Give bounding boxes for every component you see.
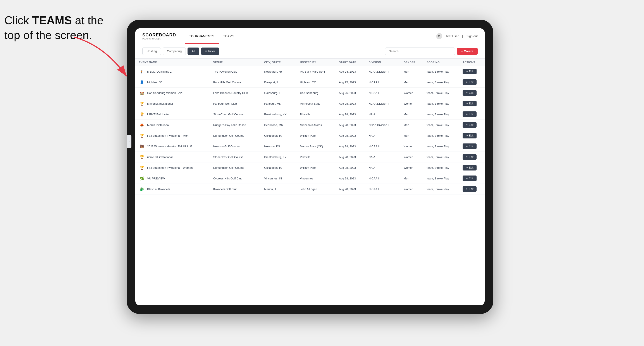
event-name-text: upike fall invitational — [147, 156, 172, 159]
edit-button[interactable]: ✏ Edit — [462, 133, 476, 139]
cell-scoring: team, Stroke Play — [423, 66, 459, 77]
edit-button[interactable]: ✏ Edit — [462, 154, 476, 160]
edit-icon: ✏ — [466, 134, 468, 137]
all-filter[interactable]: All — [188, 47, 199, 55]
cell-city: Prestonsburg, KY — [261, 152, 296, 163]
col-gender: GENDER — [400, 59, 423, 66]
edit-button[interactable]: ✏ Edit — [462, 144, 476, 149]
event-icon: 🐉 — [139, 186, 145, 192]
cell-hosted: William Penn — [296, 163, 336, 173]
cell-actions: ✏ Edit — [459, 66, 485, 77]
cell-scoring: team, Stroke Play — [423, 130, 459, 141]
event-name-text: Fall Statesmen Invitational - Men — [147, 134, 188, 137]
edit-button[interactable]: ✏ Edit — [462, 175, 476, 181]
col-division: DIVISION — [365, 59, 400, 66]
cell-hosted: Minnesota State — [296, 98, 336, 109]
edit-button[interactable]: ✏ Edit — [462, 69, 476, 74]
edit-button[interactable]: ✏ Edit — [462, 111, 476, 117]
table-row: 🏆 Fall Statesmen Invitational - Women Ed… — [135, 163, 485, 173]
search-input[interactable] — [385, 47, 455, 55]
tab-tournaments[interactable]: TOURNAMENTS — [185, 28, 219, 44]
event-name-text: Carl Sandburg Women FA23 — [147, 91, 184, 95]
cell-city: Marion, IL — [261, 184, 296, 194]
cell-hosted: Carl Sandburg — [296, 88, 336, 98]
cell-city: Prestonsburg, KY — [261, 109, 296, 120]
cell-division: NCAA Division III — [365, 120, 400, 130]
table-row: 🏌 MSMC Qualifying 1 The Powelton Club Ne… — [135, 66, 485, 77]
cell-city: Oskaloosa, IA — [261, 163, 296, 173]
edit-icon: ✏ — [466, 187, 468, 190]
cell-hosted: Minnesota-Morris — [296, 120, 336, 130]
cell-event-name: 🦊 Morris Invitational — [135, 120, 210, 130]
event-icon: 🏆 — [139, 111, 145, 117]
cell-actions: ✏ Edit — [459, 130, 485, 141]
cell-venue: Lake Bracken Country Club — [210, 88, 261, 98]
cell-date: Aug 28, 2023 — [336, 152, 365, 163]
edit-button[interactable]: ✏ Edit — [462, 90, 476, 96]
cell-event-name: 🏆 Fall Statesmen Invitational - Women — [135, 163, 210, 173]
cell-gender: Men — [400, 109, 423, 120]
cell-scoring: team, Stroke Play — [423, 152, 459, 163]
event-icon: 🐻 — [139, 143, 145, 149]
sidebar-toggle[interactable]: › — [127, 135, 132, 148]
top-nav: SCOREBOARD Powered by Clippit TOURNAMENT… — [135, 28, 485, 44]
cell-scoring: team, Stroke Play — [423, 88, 459, 98]
cell-actions: ✏ Edit — [459, 88, 485, 98]
cell-venue: Faribault Golf Club — [210, 98, 261, 109]
col-city-state: CITY, STATE — [261, 59, 296, 66]
cell-gender: Women — [400, 163, 423, 173]
cell-hosted: Mt. Saint Mary (NY) — [296, 66, 336, 77]
tournaments-table: EVENT NAME VENUE CITY, STATE HOSTED BY S… — [135, 59, 485, 194]
tablet-screen: SCOREBOARD Powered by Clippit TOURNAMENT… — [135, 28, 485, 305]
logo-area: SCOREBOARD Powered by Clippit — [142, 32, 176, 40]
edit-icon: ✏ — [466, 123, 468, 127]
cell-city: Faribault, MN — [261, 98, 296, 109]
settings-icon[interactable]: ⚙ — [436, 33, 442, 39]
cell-event-name: 🏫 Carl Sandburg Women FA23 — [135, 88, 210, 98]
edit-button[interactable]: ✏ Edit — [462, 186, 476, 192]
cell-hosted: John A Logan — [296, 184, 336, 194]
user-name: Test User — [446, 34, 459, 38]
edit-icon: ✏ — [466, 70, 468, 73]
cell-venue: Cypress Hills Golf Club — [210, 173, 261, 184]
sign-out-link[interactable]: Sign out — [466, 34, 478, 38]
cell-city: Newburgh, NY — [261, 66, 296, 77]
hosting-filter[interactable]: Hosting — [142, 47, 161, 55]
cell-gender: Men — [400, 173, 423, 184]
cell-division: NAIA — [365, 163, 400, 173]
competing-filter[interactable]: Competing — [163, 47, 186, 55]
edit-button[interactable]: ✏ Edit — [462, 79, 476, 85]
cell-event-name: 🏌 MSMC Qualifying 1 — [135, 66, 210, 77]
cell-hosted: Vincennes — [296, 173, 336, 184]
cell-gender: Men — [400, 120, 423, 130]
cell-event-name: 🐉 Klash at Kokopelli — [135, 184, 210, 194]
cell-division: NAIA — [365, 130, 400, 141]
cell-city: Galesburg, IL — [261, 88, 296, 98]
event-icon: 🏆 — [139, 133, 145, 139]
table-header-row: EVENT NAME VENUE CITY, STATE HOSTED BY S… — [135, 59, 485, 66]
cell-event-name: 👤 Highland 36 — [135, 77, 210, 88]
event-name-text: Fall Statesmen Invitational - Women — [147, 166, 193, 170]
cell-actions: ✏ Edit — [459, 141, 485, 152]
cell-date: Aug 28, 2023 — [336, 120, 365, 130]
cell-city: Vincennes, IN — [261, 173, 296, 184]
event-name-text: Morris Invitational — [147, 123, 170, 127]
event-icon: 🌿 — [139, 175, 145, 181]
event-name-text: MSMC Qualifying 1 — [147, 70, 172, 73]
tab-teams[interactable]: TEAMS — [219, 28, 239, 44]
edit-button[interactable]: ✏ Edit — [462, 165, 476, 171]
table-row: 🦊 Morris Invitational Ruttger's Bay Lake… — [135, 120, 485, 130]
table-container: EVENT NAME VENUE CITY, STATE HOSTED BY S… — [135, 59, 485, 305]
cell-division: NICAA II — [365, 141, 400, 152]
create-button[interactable]: + Create — [457, 48, 478, 55]
app-logo: SCOREBOARD — [142, 32, 176, 37]
cell-division: NCAA Division III — [365, 66, 400, 77]
col-actions: ACTIONS — [459, 59, 485, 66]
cell-division: NICAA I — [365, 77, 400, 88]
filter-button[interactable]: ≡ Filter — [201, 47, 219, 55]
event-icon: 🏆 — [139, 101, 145, 107]
cell-actions: ✏ Edit — [459, 163, 485, 173]
edit-button[interactable]: ✏ Edit — [462, 101, 476, 106]
edit-icon: ✏ — [466, 102, 468, 105]
edit-button[interactable]: ✏ Edit — [462, 122, 476, 128]
